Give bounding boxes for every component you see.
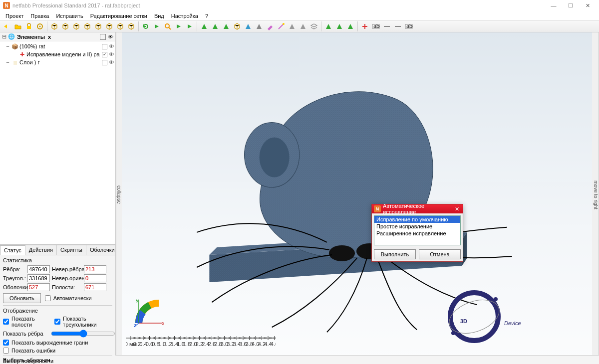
tree-row-2[interactable]: −≣Слои ) г👁: [1, 58, 114, 66]
dialog-titlebar[interactable]: N Автоматическое исправление ✕: [372, 204, 463, 213]
update-button[interactable]: Обновить: [3, 293, 41, 303]
show-errors-label: Показать ошибки: [11, 348, 55, 354]
header-checkbox-icon[interactable]: [100, 34, 106, 40]
app-icon: N: [3, 2, 10, 9]
tree-row-checkbox[interactable]: [102, 60, 107, 65]
svg-point-19: [329, 245, 355, 261]
toolbar-nav-right[interactable]: [174, 21, 184, 31]
menu-item-0[interactable]: Проект: [2, 12, 27, 20]
auto-label: Автоматически: [53, 295, 92, 301]
dialog-option-2[interactable]: Расширенное исправление: [374, 230, 460, 237]
toolbar-tri-green-l[interactable]: [210, 21, 220, 31]
menu-item-6[interactable]: ?: [202, 12, 212, 20]
menu-item-1[interactable]: Правка: [27, 12, 52, 20]
tree-row-checkbox[interactable]: ✓: [102, 52, 107, 57]
menu-item-4[interactable]: Вид: [151, 12, 168, 20]
toolbar-cube2[interactable]: [60, 21, 70, 31]
viewport[interactable]: x y z 0 мм0.20.40.60.81.01.21.41.61.82.0…: [122, 32, 592, 355]
toolbar-nav-bars[interactable]: [185, 21, 195, 31]
field-shells[interactable]: [27, 283, 50, 291]
toolbar-open-project[interactable]: [13, 21, 23, 31]
tree-expand-icon[interactable]: ⊟: [2, 33, 6, 40]
field-inv-orient[interactable]: [84, 274, 106, 282]
tree-row-0[interactable]: −📦(100%) rat👁: [1, 42, 114, 50]
dialog-close-icon[interactable]: ✕: [453, 206, 461, 212]
display-title: Отображение: [3, 308, 112, 314]
toolbar-dash1[interactable]: [382, 21, 392, 31]
minimize-button[interactable]: —: [545, 0, 562, 10]
tree-row-eye-icon[interactable]: 👁: [109, 59, 114, 65]
toolbar-settings[interactable]: [35, 21, 45, 31]
toolbar-magic[interactable]: [276, 21, 286, 31]
toolbar-cube4[interactable]: [82, 21, 92, 31]
toolbar-layers[interactable]: [309, 21, 319, 31]
show-tris-checkbox[interactable]: [54, 319, 60, 325]
show-errors-checkbox[interactable]: [3, 348, 9, 354]
tree-row-eye-icon[interactable]: 👁: [109, 43, 114, 49]
toolbar-plus-red[interactable]: [360, 21, 370, 31]
auto-checkbox[interactable]: [45, 295, 51, 301]
field-holes[interactable]: [84, 283, 106, 291]
close-button[interactable]: ✕: [579, 0, 596, 10]
toolbar-dash2[interactable]: [393, 21, 403, 31]
tree-close-icon[interactable]: x: [48, 34, 51, 40]
show-degenerate-checkbox[interactable]: [3, 340, 9, 346]
toolbar-cube7[interactable]: [115, 21, 125, 31]
show-edges-slider[interactable]: [51, 330, 115, 338]
tree-expander-icon[interactable]: −: [5, 43, 10, 49]
toolbar-cube8[interactable]: [126, 21, 136, 31]
move-rail[interactable]: move to right: [592, 32, 599, 355]
dialog-option-1[interactable]: Простое исправление: [374, 223, 460, 230]
toolbar-lock[interactable]: [24, 21, 34, 31]
menu-item-2[interactable]: Исправить: [52, 12, 86, 20]
toolbar-tri-green-s2[interactable]: [334, 21, 344, 31]
svg-point-175: [451, 331, 455, 335]
show-degenerate-label: Показать вырожденные грани: [11, 340, 88, 346]
props-tab-2[interactable]: Скрипты: [57, 245, 86, 255]
toolbar-tri-blue[interactable]: [243, 21, 253, 31]
dialog-cancel-button[interactable]: Отмена: [419, 249, 461, 259]
toolbar-tri-gray-l[interactable]: [287, 21, 297, 31]
toolbar-abc-box[interactable]: abc: [371, 21, 381, 31]
field-tris[interactable]: [27, 274, 50, 282]
menu-item-3[interactable]: Редактирование сетки: [87, 12, 151, 20]
tree-row-checkbox[interactable]: [102, 44, 107, 49]
show-edges-label: Показать рёбра: [3, 331, 48, 337]
field-inv-edges[interactable]: [84, 265, 106, 273]
toolbar-tri-green-s3[interactable]: [345, 21, 355, 31]
collapse-rail[interactable]: collapse: [116, 32, 122, 355]
props-tab-3[interactable]: Оболочки: [86, 245, 119, 255]
toolbar-paint[interactable]: [265, 21, 275, 31]
toolbar-cube5[interactable]: [93, 21, 103, 31]
dialog-app-icon: N: [374, 205, 381, 212]
dialog-run-button[interactable]: Выполнить: [374, 249, 416, 259]
props-tab-0[interactable]: Статус: [0, 245, 25, 255]
elements-tree-panel: ⊟ 🌐 Элементы x 👁 −📦(100%) rat👁 ✚Исправле…: [0, 32, 115, 244]
dialog-options-list[interactable]: Исправление по умолчаниюПростое исправле…: [374, 215, 461, 245]
toolbar-tri-green-r[interactable]: [221, 21, 231, 31]
toolbar-zoom[interactable]: [163, 21, 173, 31]
toolbar-cube6[interactable]: [104, 21, 114, 31]
menu-item-5[interactable]: Настройка: [168, 12, 202, 20]
tree-expander-icon[interactable]: −: [5, 59, 10, 65]
toolbar-tri-green-out[interactable]: [199, 21, 209, 31]
axis-gizmo[interactable]: x y z: [134, 298, 164, 328]
maximize-button[interactable]: ☐: [562, 0, 579, 10]
header-eye-icon[interactable]: 👁: [108, 34, 113, 40]
props-tab-1[interactable]: Действия: [25, 245, 57, 255]
toolbar-cube-cyan[interactable]: [232, 21, 242, 31]
toolbar-tri-green-s1[interactable]: [323, 21, 333, 31]
toolbar-abc-label[interactable]: abc: [404, 21, 414, 31]
toolbar-nav-left[interactable]: [152, 21, 162, 31]
toolbar-new-project[interactable]: [2, 21, 12, 31]
toolbar-refresh[interactable]: [141, 21, 151, 31]
field-edges[interactable]: [27, 265, 50, 273]
toolbar-cube3[interactable]: [71, 21, 81, 31]
toolbar-cube1[interactable]: [49, 21, 59, 31]
tree-row-1[interactable]: ✚Исправление модели и II) ра✓👁: [1, 50, 114, 58]
tree-row-eye-icon[interactable]: 👁: [109, 51, 114, 57]
toolbar-tri-alt[interactable]: [254, 21, 264, 31]
dialog-option-0[interactable]: Исправление по умолчанию: [374, 216, 460, 223]
toolbar-tri-gray-r[interactable]: [298, 21, 308, 31]
show-holes-checkbox[interactable]: [3, 319, 9, 325]
